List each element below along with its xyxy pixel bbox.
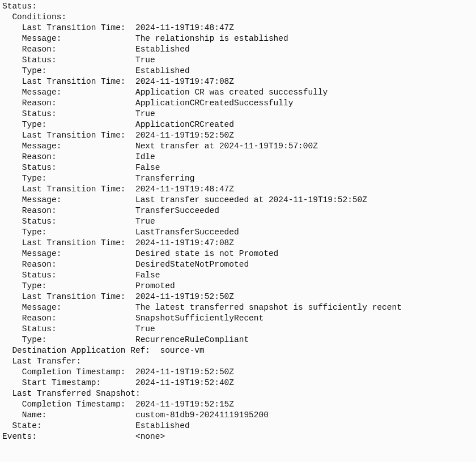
label-reason: Reason: — [22, 45, 57, 54]
label-last-transition-time: Last Transition Time: — [22, 185, 126, 194]
label-state: State: — [12, 421, 41, 430]
last-transferred-snapshot-heading: Last Transferred Snapshot: — [12, 389, 140, 398]
value-last-transition-time: 2024-11-19T19:52:50Z — [135, 292, 234, 301]
label-type: Type: — [22, 66, 47, 75]
value-message: Application CR was created successfully — [135, 88, 328, 97]
conditions-heading: Conditions: — [12, 12, 66, 22]
label-type: Type: — [22, 174, 47, 183]
value-reason: Idle — [135, 152, 155, 161]
value-reason: SnapshotSufficientlyRecent — [135, 314, 264, 323]
label-reason: Reason: — [22, 152, 57, 161]
value-completion-timestamp: 2024-11-19T19:52:50Z — [135, 367, 234, 377]
value-last-transition-time: 2024-11-19T19:52:50Z — [135, 131, 234, 140]
label-type: Type: — [22, 120, 47, 129]
label-reason: Reason: — [22, 99, 57, 108]
value-status: False — [135, 271, 160, 280]
label-type: Type: — [22, 228, 47, 237]
label-last-transition-time: Last Transition Time: — [22, 131, 126, 140]
value-status: True — [135, 324, 155, 333]
value-completion-timestamp: 2024-11-19T19:52:15Z — [135, 400, 234, 409]
label-status: Status: — [22, 55, 57, 65]
value-status: True — [135, 217, 155, 226]
label-name: Name: — [22, 410, 47, 420]
value-status: True — [135, 109, 155, 118]
label-completion-timestamp: Completion Timestamp: — [22, 367, 126, 377]
value-last-transition-time: 2024-11-19T19:48:47Z — [135, 23, 234, 32]
value-state: Established — [135, 421, 190, 430]
label-reason: Reason: — [22, 260, 57, 269]
label-message: Message: — [22, 142, 62, 151]
value-message: Last transfer succeeded at 2024-11-19T19… — [135, 195, 367, 204]
value-reason: Established — [135, 45, 190, 54]
value-name: custom-81db9-20241119195200 — [135, 410, 269, 420]
label-last-transition-time: Last Transition Time: — [22, 77, 126, 86]
value-type: RecurrenceRuleCompliant — [135, 335, 249, 344]
label-message: Message: — [22, 249, 62, 258]
label-status: Status: — [22, 109, 57, 118]
label-message: Message: — [22, 195, 62, 204]
events-heading: Events: — [2, 432, 37, 441]
value-type: Promoted — [135, 281, 175, 290]
label-destination-application-ref: Destination Application Ref: — [12, 346, 150, 355]
value-reason: DesiredStateNotPromoted — [135, 260, 249, 269]
label-status: Status: — [22, 217, 57, 226]
value-reason: ApplicationCRCreatedSuccessfully — [135, 99, 293, 108]
label-status: Status: — [22, 271, 57, 280]
label-last-transition-time: Last Transition Time: — [22, 238, 126, 247]
value-reason: TransferSucceeded — [135, 206, 219, 215]
label-start-timestamp: Start Timestamp: — [22, 378, 101, 387]
value-type: Transferring — [135, 174, 194, 183]
value-message: Next transfer at 2024-11-19T19:57:00Z — [135, 142, 318, 151]
value-message: The relationship is established — [135, 34, 288, 43]
value-last-transition-time: 2024-11-19T19:48:47Z — [135, 185, 234, 194]
last-transfer-heading: Last Transfer: — [12, 357, 81, 366]
value-last-transition-time: 2024-11-19T19:47:08Z — [135, 77, 234, 86]
value-last-transition-time: 2024-11-19T19:47:08Z — [135, 238, 234, 247]
label-message: Message: — [22, 34, 62, 43]
label-message: Message: — [22, 88, 62, 97]
value-status: False — [135, 163, 160, 172]
value-destination-application-ref: source-vm — [160, 346, 204, 355]
label-reason: Reason: — [22, 206, 57, 215]
value-events: <none> — [135, 432, 165, 441]
label-type: Type: — [22, 335, 47, 344]
label-status: Status: — [22, 324, 57, 333]
label-status: Status: — [22, 163, 57, 172]
label-last-transition-time: Last Transition Time: — [22, 292, 126, 301]
label-message: Message: — [22, 303, 62, 312]
value-type: Established — [135, 66, 190, 75]
value-type: ApplicationCRCreated — [135, 120, 234, 129]
value-start-timestamp: 2024-11-19T19:52:40Z — [135, 378, 234, 387]
value-type: LastTransferSucceeded — [135, 228, 239, 237]
terminal-output[interactable]: Status: Conditions: Last Transition Time… — [0, 0, 476, 442]
label-reason: Reason: — [22, 314, 57, 323]
value-message: Desired state is not Promoted — [135, 249, 278, 258]
value-status: True — [135, 55, 155, 65]
label-type: Type: — [22, 281, 47, 290]
label-last-transition-time: Last Transition Time: — [22, 23, 126, 32]
label-completion-timestamp: Completion Timestamp: — [22, 400, 126, 409]
status-heading: Status: — [2, 2, 37, 11]
value-message: The latest transferred snapshot is suffi… — [135, 303, 402, 312]
